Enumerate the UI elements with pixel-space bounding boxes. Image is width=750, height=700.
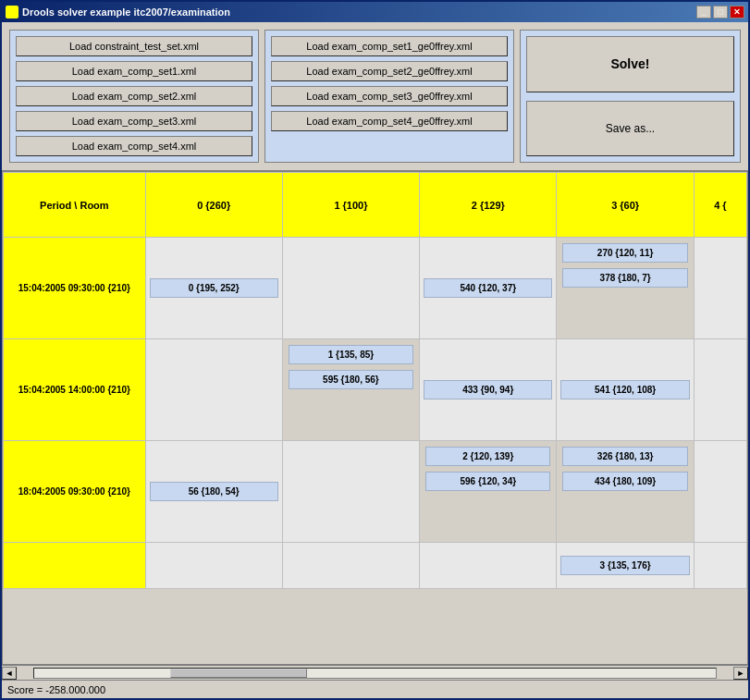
maximize-button[interactable]: □ [713, 6, 728, 18]
cell-inner: 1 {135, 85} 595 {180, 56} [285, 341, 417, 393]
title-bar-left: Drools solver example itc2007/examinatio… [6, 6, 230, 18]
status-bar: Score = -258.000.000 [2, 680, 748, 698]
cell-2-0: 56 {180, 54} [145, 441, 282, 543]
load-col2: Load exam_comp_set1_ge0ffrey.xml Load ex… [264, 30, 514, 163]
exam-entry: 378 {180, 7} [562, 268, 687, 288]
exam-entry: 326 {180, 13} [562, 447, 687, 466]
cell-0-3: 270 {120, 11} 378 {180, 7} [557, 238, 694, 339]
exam-entry: 540 {120, 37} [424, 278, 552, 298]
cell-0-0: 0 {195, 252} [145, 238, 282, 339]
save-button[interactable]: Save as... [526, 101, 734, 157]
period-label-2: 18:04:2005 09:30:00 {210} [4, 441, 146, 543]
toolbar: Load constraint_test_set.xml Load exam_c… [2, 22, 748, 171]
cell-1-3: 541 {120, 108} [557, 339, 694, 441]
cell-3-1 [282, 543, 419, 589]
exam-entry: 595 {180, 56} [289, 370, 413, 389]
cell-3-2 [420, 543, 557, 589]
cell-0-4 [694, 238, 746, 339]
exam-entry: 434 {180, 109} [562, 472, 687, 491]
cell-inner: 326 {180, 13} 434 {180, 109} [559, 443, 691, 495]
load-geoffrey-set3-btn[interactable]: Load exam_comp_set3_ge0ffrey.xml [271, 86, 508, 106]
cell-0-2: 540 {120, 37} [420, 238, 557, 339]
cell-2-3: 326 {180, 13} 434 {180, 109} [557, 441, 694, 543]
load-comp-set3-btn[interactable]: Load exam_comp_set3.xml [16, 111, 252, 131]
exam-entry: 56 {180, 54} [150, 482, 278, 501]
cell-1-2: 433 {90, 94} [420, 339, 557, 441]
exam-entry: 433 {90, 94} [424, 380, 552, 399]
period-label-0: 15:04:2005 09:30:00 {210} [4, 238, 146, 339]
cell-inner: 270 {120, 11} 378 {180, 7} [559, 239, 691, 291]
col-header-4: 4 { [694, 173, 746, 238]
cell-3-0 [145, 543, 282, 589]
table-row: 15:04:2005 14:00:00 {210} 1 {135, 85} 59… [4, 339, 747, 441]
load-comp-set2-btn[interactable]: Load exam_comp_set2.xml [16, 86, 252, 106]
col-header-0: 0 {260} [145, 173, 282, 238]
period-room-header: Period \ Room [4, 173, 146, 238]
exam-entry: 541 {120, 108} [560, 380, 689, 399]
minimize-button[interactable]: _ [696, 6, 711, 18]
table-row: 15:04:2005 09:30:00 {210} 0 {195, 252} 5… [4, 238, 747, 339]
load-geoffrey-set2-btn[interactable]: Load exam_comp_set2_ge0ffrey.xml [271, 61, 508, 81]
cell-inner: 2 {120, 139} 596 {120, 34} [422, 443, 554, 495]
close-button[interactable]: ✕ [730, 6, 744, 18]
col-header-1: 1 {100} [282, 173, 419, 238]
solve-button[interactable]: Solve! [526, 36, 734, 92]
load-geoffrey-set1-btn[interactable]: Load exam_comp_set1_ge0ffrey.xml [271, 36, 508, 56]
col-header-2: 2 {129} [420, 173, 557, 238]
load-geoffrey-set4-btn[interactable]: Load exam_comp_set4_ge0ffrey.xml [271, 111, 508, 131]
load-comp-set4-btn[interactable]: Load exam_comp_set4.xml [16, 136, 252, 156]
window-title: Drools solver example itc2007/examinatio… [22, 6, 230, 18]
load-col1: Load constraint_test_set.xml Load exam_c… [9, 30, 259, 163]
score-label: Score = -258.000.000 [7, 684, 105, 695]
cell-3-3: 3 {135, 176} [557, 543, 694, 589]
table-row: 18:04:2005 09:30:00 {210} 56 {180, 54} 2… [4, 441, 747, 543]
exam-entry: 3 {135, 176} [560, 556, 689, 575]
horizontal-scrollbar[interactable] [33, 668, 717, 679]
cell-2-2: 2 {120, 139} 596 {120, 34} [420, 441, 557, 543]
exam-entry: 596 {120, 34} [425, 472, 550, 491]
exam-entry: 0 {195, 252} [150, 278, 278, 298]
main-window: Drools solver example itc2007/examinatio… [0, 0, 750, 700]
exam-entry: 2 {120, 139} [425, 447, 550, 466]
cell-3-4 [694, 543, 746, 589]
col-header-3: 3 {60} [557, 173, 694, 238]
scrollbar-thumb[interactable] [170, 669, 306, 678]
window-controls: _ □ ✕ [696, 6, 744, 18]
load-constraint-btn[interactable]: Load constraint_test_set.xml [16, 36, 252, 56]
app-icon [6, 6, 18, 18]
schedule-table: Period \ Room 0 {260} 1 {100} 2 {129} [3, 172, 747, 589]
load-comp-set1-btn[interactable]: Load exam_comp_set1.xml [16, 61, 252, 81]
cell-0-1 [282, 238, 419, 339]
scroll-left-button[interactable]: ◄ [2, 667, 17, 680]
cell-2-4 [694, 441, 746, 543]
title-bar: Drools solver example itc2007/examinatio… [2, 2, 748, 22]
scroll-right-button[interactable]: ► [733, 667, 748, 680]
exam-entry: 1 {135, 85} [289, 345, 413, 364]
period-label-3 [4, 543, 146, 589]
main-content: Period \ Room 0 {260} 1 {100} 2 {129} [2, 171, 748, 665]
cell-2-1 [282, 441, 419, 543]
period-label-1: 15:04:2005 14:00:00 {210} [4, 339, 146, 441]
cell-1-4 [694, 339, 746, 441]
exam-entry: 270 {120, 11} [562, 243, 687, 263]
table-container[interactable]: Period \ Room 0 {260} 1 {100} 2 {129} [2, 171, 748, 665]
horizontal-scrollbar-area: ◄ ► [2, 665, 748, 680]
table-row: 3 {135, 176} [4, 543, 747, 589]
action-col: Solve! Save as... [520, 30, 741, 163]
cell-1-0 [145, 339, 282, 441]
cell-1-1: 1 {135, 85} 595 {180, 56} [282, 339, 419, 441]
